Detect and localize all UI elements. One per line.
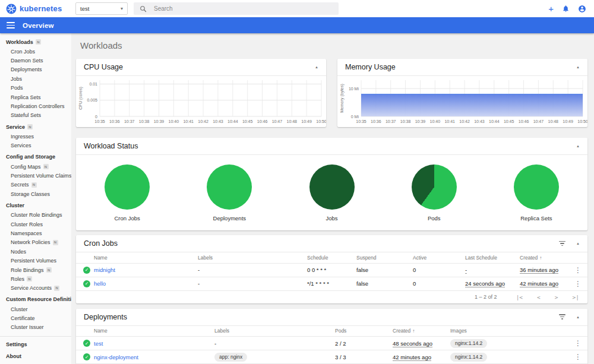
sidebar-item-replica-sets[interactable]: Replica Sets — [0, 93, 71, 102]
label-chip: nginx:1.14.2 — [450, 353, 487, 362]
sidebar-item-config-maps[interactable]: Config MapsN — [0, 162, 71, 171]
resource-link[interactable]: test — [94, 340, 103, 347]
sidebar-item-about[interactable]: About — [0, 350, 71, 362]
label-chip: nginx:1.14.2 — [450, 339, 487, 348]
cell-link: nginx-deployment — [94, 350, 214, 364]
sidebar-item-cluster-roles[interactable]: Cluster Roles — [0, 220, 71, 229]
resource-link[interactable]: midnight — [94, 267, 115, 273]
collapse-icon[interactable]: ▲ — [576, 242, 580, 245]
sidebar-item-services[interactable]: Services — [0, 141, 71, 150]
sidebar-item-replication-controllers[interactable]: Replication Controllers — [0, 102, 71, 110]
chevron-left-icon[interactable]: < — [537, 294, 541, 300]
chevron-right-icon[interactable]: > — [555, 294, 558, 300]
cell-text: false — [356, 267, 368, 273]
last-page-icon[interactable]: >| — [573, 294, 579, 300]
sidebar-item-stateful-sets[interactable]: Stateful Sets — [0, 111, 71, 120]
sidebar-item-roles[interactable]: RolesN — [0, 274, 71, 283]
sidebar-item-label: Replication Controllers — [11, 103, 65, 109]
column-header-name[interactable]: Name — [94, 252, 198, 263]
kebab-menu-icon[interactable]: ⋮ — [574, 280, 582, 288]
column-header-active[interactable]: Active — [413, 252, 465, 263]
sidebar-item-label: Persistent Volume Claims — [11, 173, 71, 179]
kebab-menu-icon[interactable]: ⋮ — [574, 266, 582, 274]
search-icon — [140, 5, 147, 12]
cron-jobs-title: Cron Jobs — [84, 239, 118, 248]
sidebar: WorkloadsNCron JobsDaemon SetsDeployment… — [0, 33, 71, 364]
cell-text: 3 / 3 — [335, 350, 393, 364]
cell-text: */1 * * * * — [307, 277, 356, 290]
sidebar-item-certificate[interactable]: Certificate — [0, 314, 71, 322]
sidebar-item-role-bindings[interactable]: Role BindingsN — [0, 265, 71, 274]
actions-cell: ⋮ — [570, 337, 587, 350]
sidebar-item-daemon-sets[interactable]: Daemon Sets — [0, 56, 71, 65]
cell-chip: app: nginx — [214, 350, 335, 364]
sidebar-item-service-accounts[interactable]: Service AccountsN — [0, 284, 71, 293]
sidebar-section-custom-resource-definitions[interactable]: Custom Resource Definitions — [0, 295, 71, 305]
column-header-last-schedule[interactable]: Last Schedule — [465, 252, 520, 263]
first-page-icon[interactable]: |< — [516, 294, 523, 300]
menu-icon[interactable] — [7, 21, 15, 30]
sidebar-item-label: Nodes — [11, 249, 26, 255]
sidebar-item-cluster[interactable]: Cluster — [0, 305, 71, 314]
sidebar-item-nodes[interactable]: Nodes — [0, 247, 71, 256]
sidebar-item-secrets[interactable]: SecretsN — [0, 181, 71, 189]
namespaced-badge: N — [46, 267, 52, 273]
sidebar-item-storage-classes[interactable]: Storage Classes — [0, 189, 71, 198]
svg-text:10:43: 10:43 — [213, 119, 223, 124]
sidebar-item-label: Persistent Volumes — [11, 258, 56, 264]
bell-icon[interactable] — [562, 5, 570, 12]
collapse-icon[interactable]: ▲ — [576, 315, 580, 319]
chevron-down-icon: ▾ — [121, 6, 123, 11]
sidebar-item-deployments[interactable]: Deployments — [0, 65, 71, 74]
svg-text:0.01: 0.01 — [89, 82, 97, 86]
sidebar-item-network-policies[interactable]: Network PoliciesN — [0, 238, 71, 247]
svg-text:Memory (bytes): Memory (bytes) — [340, 84, 345, 113]
sidebar-section-service[interactable]: ServiceN — [0, 122, 71, 132]
sidebar-item-jobs[interactable]: Jobs — [0, 74, 71, 83]
app-logo[interactable]: kubernetes — [6, 4, 70, 14]
sidebar-item-settings[interactable]: Settings — [0, 338, 71, 350]
search-input[interactable] — [154, 5, 320, 12]
sidebar-item-pods[interactable]: Pods — [0, 84, 71, 93]
column-header-schedule[interactable]: Schedule — [307, 252, 356, 263]
sidebar-item-cron-jobs[interactable]: Cron Jobs — [0, 47, 71, 56]
status-cell: ✓ — [76, 337, 94, 350]
sidebar-item-persistent-volumes[interactable]: Persistent Volumes — [0, 256, 71, 265]
sidebar-item-ingresses[interactable]: Ingresses — [0, 132, 71, 141]
sidebar-item-persistent-volume-claims[interactable]: Persistent Volume ClaimsN — [0, 171, 71, 180]
sidebar-section-config-and-storage[interactable]: Config and Storage — [0, 152, 71, 162]
column-header-images[interactable]: Images — [450, 326, 570, 337]
column-header-created[interactable]: Created↑ — [520, 252, 570, 263]
filter-icon[interactable] — [559, 240, 565, 247]
cron-jobs-card: Cron Jobs ▲ NameLabelsScheduleSuspendAct… — [76, 235, 587, 303]
namespace-select[interactable]: test ▾ — [75, 2, 128, 15]
table-row: ✓test-2 / 248 seconds agonginx:1.14.2⋮ — [76, 337, 587, 350]
plus-icon[interactable]: + — [548, 4, 554, 13]
column-header-created[interactable]: Created↑ — [393, 326, 450, 337]
logo-text: kubernetes — [20, 4, 62, 13]
resource-link[interactable]: nginx-deployment — [94, 354, 138, 360]
column-header-pods[interactable]: Pods — [335, 326, 393, 337]
column-header-labels[interactable]: Labels — [198, 252, 307, 263]
filter-icon[interactable] — [559, 314, 565, 321]
sidebar-item-cluster-role-bindings[interactable]: Cluster Role Bindings — [0, 210, 71, 219]
kebab-menu-icon[interactable]: ⋮ — [574, 353, 582, 361]
user-icon[interactable] — [578, 5, 586, 13]
column-header-labels[interactable]: Labels — [214, 326, 335, 337]
collapse-icon[interactable]: ▲ — [576, 65, 580, 69]
resource-link[interactable]: hello — [94, 280, 106, 287]
collapse-icon[interactable]: ▲ — [576, 144, 580, 148]
collapse-icon[interactable]: ▲ — [315, 65, 318, 69]
column-header-status — [76, 326, 94, 337]
column-header-name[interactable]: Name — [94, 326, 214, 337]
sidebar-item-label: Namespaces — [11, 230, 42, 236]
sidebar-item-label: Ingresses — [11, 134, 34, 140]
sidebar-section-cluster[interactable]: Cluster — [0, 200, 71, 210]
kebab-menu-icon[interactable]: ⋮ — [574, 339, 582, 347]
sidebar-section-workloads[interactable]: WorkloadsN — [0, 37, 71, 47]
column-header-suspend[interactable]: Suspend — [356, 252, 413, 263]
sidebar-item-label: Config Maps — [11, 164, 41, 170]
pie-chart-deployments — [207, 164, 252, 210]
sidebar-item-cluster-issuer[interactable]: Cluster Issuer — [0, 323, 71, 332]
sidebar-item-namespaces[interactable]: Namespaces — [0, 229, 71, 238]
